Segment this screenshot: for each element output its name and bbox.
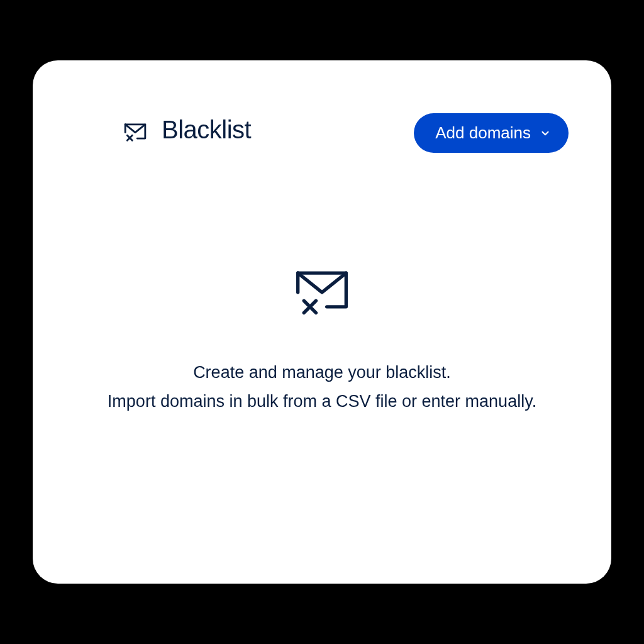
envelope-x-icon xyxy=(123,119,148,144)
empty-line-2: Import domains in bulk from a CSV file o… xyxy=(108,387,536,416)
empty-line-1: Create and manage your blacklist. xyxy=(108,358,536,387)
add-domains-label: Add domains xyxy=(435,123,531,143)
blacklist-card: Blacklist Add domains Create and manage … xyxy=(33,60,611,584)
add-domains-button[interactable]: Add domains xyxy=(414,113,569,153)
page-title: Blacklist xyxy=(162,116,251,144)
empty-state: Create and manage your blacklist. Import… xyxy=(63,258,581,416)
chevron-down-icon xyxy=(540,128,551,139)
card-header: Blacklist Add domains xyxy=(63,98,581,153)
envelope-x-large-icon xyxy=(291,258,353,321)
title-group: Blacklist xyxy=(123,116,251,144)
empty-state-text: Create and manage your blacklist. Import… xyxy=(108,358,536,416)
